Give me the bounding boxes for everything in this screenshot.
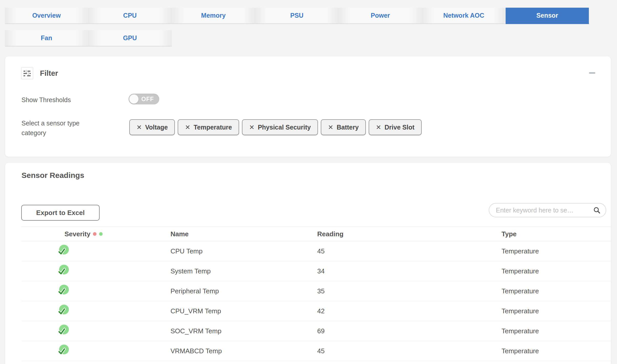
remove-chip-icon[interactable]: ✕ (376, 124, 381, 131)
search-box (489, 203, 606, 217)
tab-network-aoc[interactable]: Network AOC (422, 8, 506, 24)
tab-overview[interactable]: Overview (5, 8, 88, 24)
sensor-readings-title: Sensor Readings (22, 171, 84, 180)
tab-power[interactable]: Power (339, 8, 422, 24)
search-input[interactable] (489, 203, 606, 217)
sensor-reading: 45 (317, 347, 502, 355)
ok-status-icon (57, 284, 69, 298)
sensor-reading: 34 (317, 267, 502, 275)
remove-chip-icon[interactable]: ✕ (136, 124, 142, 131)
table-row[interactable]: SOC_VRM Temp 69 Temperature (22, 321, 611, 341)
show-thresholds-label: Show Thresholds (22, 96, 71, 104)
chip-voltage[interactable]: ✕ Voltage (129, 119, 175, 135)
ok-legend-dot (99, 232, 103, 236)
table-row[interactable]: CPU Temp 45 Temperature (22, 241, 611, 261)
column-header-severity: Severity (22, 230, 171, 238)
sensor-readings-panel: Sensor Readings Export to Excel Severity… (5, 163, 611, 364)
remove-chip-icon[interactable]: ✕ (185, 124, 190, 131)
sensor-name: System Temp (171, 267, 317, 275)
table-row[interactable]: VRMABCD Temp 45 Temperature (22, 341, 611, 361)
sensor-name: Peripheral Temp (171, 287, 317, 295)
column-header-reading: Reading (317, 230, 502, 238)
tab-sensor[interactable]: Sensor (506, 8, 589, 24)
minus-icon (589, 72, 595, 74)
toggle-state-label: OFF (139, 96, 157, 103)
sensor-type: Temperature (502, 287, 611, 295)
sensor-reading: 69 (317, 327, 502, 335)
tab-bar-row1: Overview CPU Memory PSU Power Network AO… (5, 8, 589, 24)
remove-chip-icon[interactable]: ✕ (328, 124, 333, 131)
magnifier-icon[interactable] (593, 206, 601, 215)
table-header-row: Severity Name Reading Type (22, 227, 611, 241)
filter-panel: Filter Show Thresholds OFF Select a sens… (5, 56, 611, 157)
tab-memory[interactable]: Memory (172, 8, 255, 24)
export-to-excel-button[interactable]: Export to Excel (21, 205, 100, 221)
tab-bar-row2: Fan GPU (5, 30, 172, 47)
filter-title: Filter (40, 69, 58, 78)
sensor-category-chips: ✕ Voltage ✕ Temperature ✕ Physical Secur… (129, 119, 422, 135)
ok-status-icon (57, 344, 69, 358)
sliders-icon (21, 67, 33, 79)
chip-physical-security[interactable]: ✕ Physical Security (242, 119, 318, 135)
page: Overview CPU Memory PSU Power Network AO… (0, 0, 617, 364)
alert-legend-dot (93, 232, 97, 236)
sensor-type: Temperature (502, 247, 611, 255)
ok-status-icon (57, 264, 69, 278)
sensor-type: Temperature (502, 267, 611, 275)
remove-chip-icon[interactable]: ✕ (249, 124, 254, 131)
column-header-name: Name (171, 230, 317, 238)
toggle-knob (129, 94, 139, 104)
table-row[interactable]: Peripheral Temp 35 Temperature (22, 281, 611, 301)
collapse-filter-button[interactable] (588, 69, 596, 77)
chip-temperature[interactable]: ✕ Temperature (178, 119, 239, 135)
tab-fan[interactable]: Fan (5, 30, 88, 47)
sensor-name: CPU Temp (171, 247, 317, 255)
sensor-type: Temperature (502, 347, 611, 355)
filter-header: Filter (21, 67, 58, 79)
ok-status-icon (57, 324, 69, 338)
chip-drive-slot[interactable]: ✕ Drive Slot (369, 119, 422, 135)
ok-status-icon (57, 304, 69, 318)
sensor-category-label: Select a sensor type category (22, 118, 91, 138)
sensor-name: VRMABCD Temp (171, 347, 317, 355)
sensor-name: CPU_VRM Temp (171, 307, 317, 315)
table-row[interactable]: CPU_VRM Temp 42 Temperature (22, 301, 611, 321)
sensor-type: Temperature (502, 327, 611, 335)
sensor-reading: 42 (317, 307, 502, 315)
table-row[interactable]: System Temp 34 Temperature (22, 261, 611, 281)
show-thresholds-toggle[interactable]: OFF (129, 94, 159, 104)
tab-cpu[interactable]: CPU (88, 8, 172, 24)
chip-battery[interactable]: ✕ Battery (321, 119, 366, 135)
sensor-name: SOC_VRM Temp (171, 327, 317, 335)
ok-status-icon (57, 244, 69, 258)
sensor-reading: 45 (317, 247, 502, 255)
column-header-type: Type (502, 230, 611, 238)
tab-psu[interactable]: PSU (255, 8, 339, 24)
sensor-type: Temperature (502, 307, 611, 315)
sensor-reading: 35 (317, 287, 502, 295)
tab-gpu[interactable]: GPU (88, 30, 172, 47)
sensor-table: Severity Name Reading Type (22, 227, 611, 361)
